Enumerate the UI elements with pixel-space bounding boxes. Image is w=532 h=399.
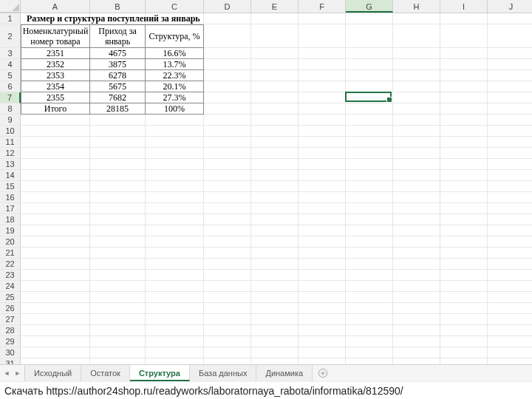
cell-A8[interactable]: Итого [21, 103, 90, 115]
cell-B28[interactable] [90, 325, 146, 336]
cell-F20[interactable] [299, 236, 346, 248]
cell-H26[interactable] [393, 303, 440, 314]
cell-A15[interactable] [21, 181, 90, 192]
cell-F18[interactable] [299, 214, 346, 225]
cell-D7[interactable] [204, 92, 251, 103]
cell-E8[interactable] [251, 103, 299, 115]
cell-I20[interactable] [440, 236, 488, 248]
cell-C16[interactable] [146, 192, 204, 203]
cell-H13[interactable] [393, 159, 440, 170]
cell-B29[interactable] [90, 336, 146, 347]
cell-D4[interactable] [204, 59, 251, 70]
cell-G7[interactable] [346, 92, 393, 103]
cell-E15[interactable] [251, 181, 299, 192]
cell-A3[interactable]: 2351 [21, 48, 90, 59]
tab-nav-prev-icon[interactable]: ◄ [4, 369, 10, 377]
cell-C25[interactable] [146, 292, 204, 303]
cell-I19[interactable] [440, 225, 488, 236]
cell-H5[interactable] [393, 70, 440, 81]
cell-B27[interactable] [90, 314, 146, 325]
cell-B7[interactable]: 7682 [90, 92, 146, 103]
cell-G20[interactable] [346, 236, 393, 248]
cell-E24[interactable] [251, 281, 299, 292]
cell-J22[interactable] [488, 259, 532, 270]
row-header-27[interactable]: 27 [0, 314, 21, 325]
cell-C20[interactable] [146, 236, 204, 248]
cell-C29[interactable] [146, 336, 204, 347]
cell-A17[interactable] [21, 203, 90, 214]
row-header-22[interactable]: 22 [0, 259, 21, 270]
cell-G8[interactable] [346, 103, 393, 115]
cell-H12[interactable] [393, 148, 440, 159]
cell-G3[interactable] [346, 48, 393, 59]
cell-H22[interactable] [393, 259, 440, 270]
cell-G16[interactable] [346, 192, 393, 203]
cell-D11[interactable] [204, 137, 251, 148]
cell-I15[interactable] [440, 181, 488, 192]
cell-C6[interactable]: 20.1% [146, 81, 204, 92]
cell-A10[interactable] [21, 126, 90, 137]
cell-J2[interactable] [488, 24, 532, 48]
cell-H6[interactable] [393, 81, 440, 92]
cell-C9[interactable] [146, 115, 204, 126]
cell-A4[interactable]: 2352 [21, 59, 90, 70]
cell-J28[interactable] [488, 325, 532, 336]
row-header-30[interactable]: 30 [0, 347, 21, 358]
cell-B8[interactable]: 28185 [90, 103, 146, 115]
cell-B26[interactable] [90, 303, 146, 314]
cells-grid[interactable]: Номенклатурный номер товараПриход за янв… [21, 13, 532, 364]
cell-D31[interactable] [204, 358, 251, 364]
cell-E20[interactable] [251, 236, 299, 248]
cell-G13[interactable] [346, 159, 393, 170]
cell-E3[interactable] [251, 48, 299, 59]
cell-F16[interactable] [299, 192, 346, 203]
cell-D26[interactable] [204, 303, 251, 314]
cell-I17[interactable] [440, 203, 488, 214]
cell-A12[interactable] [21, 148, 90, 159]
cell-J19[interactable] [488, 225, 532, 236]
cell-D22[interactable] [204, 259, 251, 270]
cell-A28[interactable] [21, 325, 90, 336]
cell-E4[interactable] [251, 59, 299, 70]
cell-I29[interactable] [440, 336, 488, 347]
row-header-12[interactable]: 12 [0, 148, 21, 159]
cell-B14[interactable] [90, 170, 146, 181]
cell-D15[interactable] [204, 181, 251, 192]
cell-F1[interactable] [299, 13, 346, 24]
cell-B22[interactable] [90, 259, 146, 270]
cell-J10[interactable] [488, 126, 532, 137]
cell-B17[interactable] [90, 203, 146, 214]
cell-D23[interactable] [204, 270, 251, 281]
cell-A24[interactable] [21, 281, 90, 292]
cell-H30[interactable] [393, 347, 440, 358]
cell-J4[interactable] [488, 59, 532, 70]
row-header-20[interactable]: 20 [0, 236, 21, 248]
cell-J1[interactable] [488, 13, 532, 24]
cell-J9[interactable] [488, 115, 532, 126]
cell-D25[interactable] [204, 292, 251, 303]
cell-B21[interactable] [90, 248, 146, 259]
row-header-29[interactable]: 29 [0, 336, 21, 347]
cell-F26[interactable] [299, 303, 346, 314]
column-header-H[interactable]: H [393, 0, 440, 13]
cell-E10[interactable] [251, 126, 299, 137]
cell-F3[interactable] [299, 48, 346, 59]
row-header-8[interactable]: 8 [0, 103, 21, 115]
cell-G28[interactable] [346, 325, 393, 336]
cell-I2[interactable] [440, 24, 488, 48]
cell-C7[interactable]: 27.3% [146, 92, 204, 103]
row-header-26[interactable]: 26 [0, 303, 21, 314]
cell-A19[interactable] [21, 225, 90, 236]
cell-J5[interactable] [488, 70, 532, 81]
cell-C31[interactable] [146, 358, 204, 364]
cell-C18[interactable] [146, 214, 204, 225]
cell-D28[interactable] [204, 325, 251, 336]
sheet-tab-Остаток[interactable]: Остаток [81, 365, 130, 381]
cell-F21[interactable] [299, 248, 346, 259]
cell-C10[interactable] [146, 126, 204, 137]
cell-H19[interactable] [393, 225, 440, 236]
cell-E2[interactable] [251, 24, 299, 48]
cell-F15[interactable] [299, 181, 346, 192]
cell-D21[interactable] [204, 248, 251, 259]
cell-J25[interactable] [488, 292, 532, 303]
